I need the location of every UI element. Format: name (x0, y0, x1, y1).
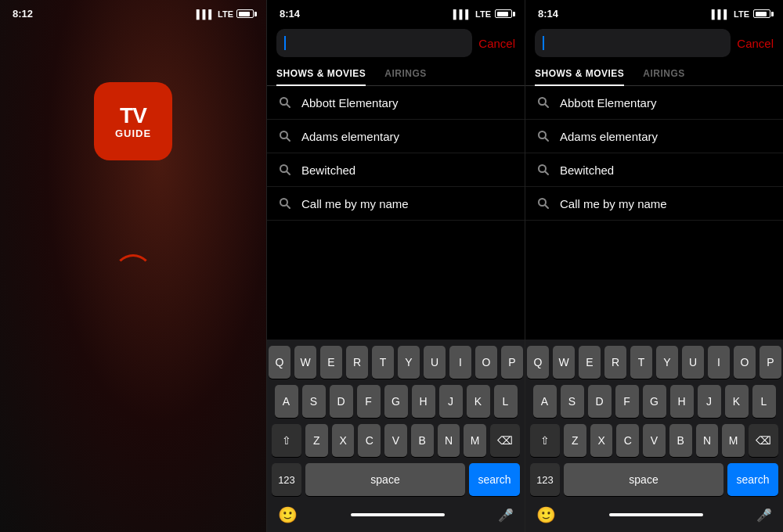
emoji-icon[interactable]: 🙂 (278, 505, 298, 524)
key-h[interactable]: H (412, 385, 435, 418)
key-x2[interactable]: X (590, 424, 613, 457)
tab-shows-movies-3[interactable]: SHOWS & MOVIES (535, 62, 624, 85)
key-m2[interactable]: M (722, 424, 745, 457)
key-y2[interactable]: Y (656, 346, 678, 379)
key-c2[interactable]: C (616, 424, 639, 457)
battery-icon (236, 9, 254, 18)
key-w2[interactable]: W (553, 346, 575, 379)
results-list-3: Abbott Elementary Adams elementary Bewit… (525, 86, 783, 340)
search-key-2[interactable]: search (469, 463, 520, 496)
key-b2[interactable]: B (669, 424, 692, 457)
key-i2[interactable]: I (708, 346, 730, 379)
mic-icon-3[interactable]: 🎤 (756, 508, 772, 523)
result-item[interactable]: Adams elementary (267, 120, 525, 153)
result-item[interactable]: Call me by my name (267, 187, 525, 221)
key-v[interactable]: V (384, 424, 407, 457)
key-l2[interactable]: L (752, 385, 776, 418)
loading-spinner (114, 254, 153, 293)
key-r[interactable]: R (346, 346, 368, 379)
cancel-button-2[interactable]: Cancel (478, 37, 515, 50)
key-a2[interactable]: A (533, 385, 557, 418)
key-x[interactable]: X (332, 424, 355, 457)
result-item[interactable]: Adams elementary (525, 120, 783, 153)
search-input-3[interactable] (535, 29, 731, 57)
key-s2[interactable]: S (561, 385, 584, 418)
key-k[interactable]: K (467, 385, 490, 418)
search-result-icon (536, 163, 550, 177)
key-l[interactable]: L (494, 385, 518, 418)
key-a[interactable]: A (275, 385, 298, 418)
key-t2[interactable]: T (630, 346, 652, 379)
result-label: Adams elementary (301, 130, 399, 143)
key-k2[interactable]: K (725, 385, 749, 418)
key-q[interactable]: Q (269, 346, 290, 379)
keyboard-row-1: Q W E R T Y U I O P (272, 346, 520, 379)
result-item[interactable]: Abbott Elementary (525, 86, 783, 120)
result-item[interactable]: Abbott Elementary (267, 86, 525, 120)
text-cursor-2 (284, 36, 286, 50)
key-z2[interactable]: Z (564, 424, 586, 457)
signal-icon-2: ▌▌▌ (453, 9, 471, 19)
key-f[interactable]: F (357, 385, 381, 418)
key-e[interactable]: E (320, 346, 342, 379)
key-n2[interactable]: N (696, 424, 719, 457)
num-key-2[interactable]: 123 (530, 463, 560, 496)
key-j2[interactable]: J (698, 385, 721, 418)
tabs-row-2: SHOWS & MOVIES AIRINGS (267, 62, 525, 86)
result-label: Bewitched (301, 164, 355, 177)
search-input-2[interactable] (276, 29, 472, 57)
key-z[interactable]: Z (305, 424, 328, 457)
panel-search-1: 8:14 ▌▌▌ LTE Cancel SHOWS & MOVIES AIRIN… (266, 0, 525, 532)
key-g[interactable]: G (384, 385, 408, 418)
tv-guide-logo: TV GUIDE (94, 82, 172, 160)
key-o[interactable]: O (475, 346, 497, 379)
key-h2[interactable]: H (670, 385, 694, 418)
key-b[interactable]: B (411, 424, 434, 457)
svg-point-8 (539, 98, 546, 105)
network-icon: LTE (218, 9, 233, 19)
delete-key[interactable]: ⌫ (490, 424, 520, 457)
key-s[interactable]: S (302, 385, 326, 418)
mic-icon[interactable]: 🎤 (498, 508, 514, 523)
svg-line-7 (287, 206, 290, 209)
key-r2[interactable]: R (604, 346, 626, 379)
key-t[interactable]: T (372, 346, 394, 379)
tab-shows-movies-2[interactable]: SHOWS & MOVIES (276, 62, 366, 85)
key-u2[interactable]: U (682, 346, 704, 379)
tab-airings-3[interactable]: AIRINGS (643, 62, 685, 85)
key-e2[interactable]: E (579, 346, 601, 379)
key-f2[interactable]: F (615, 385, 639, 418)
emoji-icon-3[interactable]: 🙂 (536, 505, 556, 524)
key-g2[interactable]: G (643, 385, 666, 418)
key-w[interactable]: W (294, 346, 316, 379)
result-label: Call me by my name (301, 197, 409, 210)
key-c[interactable]: C (358, 424, 381, 457)
space-key-2[interactable]: space (564, 463, 723, 496)
space-key[interactable]: space (305, 463, 465, 496)
key-q2[interactable]: Q (527, 346, 549, 379)
shift-key[interactable]: ⇧ (272, 424, 301, 457)
key-o2[interactable]: O (734, 346, 756, 379)
tab-airings-2[interactable]: AIRINGS (384, 62, 427, 85)
key-u[interactable]: U (424, 346, 446, 379)
key-j[interactable]: J (439, 385, 463, 418)
key-d2[interactable]: D (588, 385, 612, 418)
key-v2[interactable]: V (643, 424, 666, 457)
key-m[interactable]: M (464, 424, 486, 457)
key-p2[interactable]: P (760, 346, 781, 379)
key-p[interactable]: P (501, 346, 523, 379)
key-i[interactable]: I (449, 346, 471, 379)
shift-key-2[interactable]: ⇧ (530, 424, 560, 457)
result-item[interactable]: Call me by my name (525, 187, 783, 221)
result-label: Adams elementary (560, 130, 658, 143)
status-icons-3: ▌▌▌ LTE (712, 9, 770, 19)
num-key[interactable]: 123 (272, 463, 301, 496)
result-item[interactable]: Bewitched (525, 153, 783, 187)
cancel-button-3[interactable]: Cancel (737, 37, 774, 50)
key-d[interactable]: D (330, 385, 353, 418)
key-n[interactable]: N (438, 424, 460, 457)
key-y[interactable]: Y (398, 346, 420, 379)
result-item[interactable]: Bewitched (267, 153, 525, 187)
search-key-3[interactable]: search (727, 463, 778, 496)
delete-key-2[interactable]: ⌫ (749, 424, 778, 457)
